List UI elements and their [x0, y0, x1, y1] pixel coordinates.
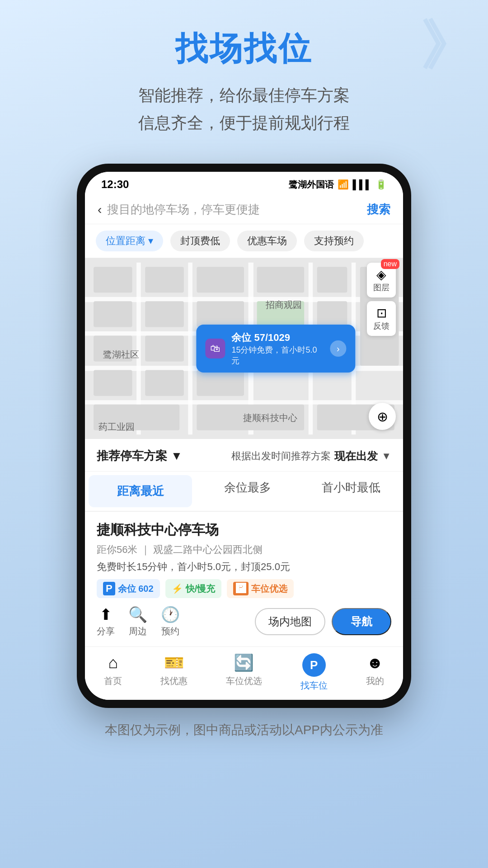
- reserve-icon: 🕐: [161, 605, 180, 623]
- search-button[interactable]: 搜索: [367, 202, 390, 217]
- tab-distance[interactable]: 距离最近: [89, 475, 192, 507]
- map-area[interactable]: 鹭湖社区 招商观园 捷顺科技中心 药工业园 new ◈ 图层: [85, 258, 403, 439]
- tag-charge: ⚡ 快/慢充: [165, 579, 222, 598]
- svg-rect-14: [145, 267, 184, 293]
- recommend-arrow[interactable]: ▼: [171, 449, 183, 463]
- popup-icon: 🛍: [205, 339, 225, 359]
- layer-icon: ◈: [373, 267, 389, 282]
- location-button[interactable]: ⊕: [369, 403, 396, 430]
- filter-reserve[interactable]: 支持预约: [304, 231, 364, 251]
- navigate-button[interactable]: 导航: [332, 608, 391, 635]
- nearby-button[interactable]: 🔍 周边: [128, 605, 147, 637]
- mine-icon: ☻: [366, 653, 384, 672]
- nav-home[interactable]: ⌂ 首页: [104, 653, 122, 692]
- parking-tags: P 余位 602 ⚡ 快/慢充 🅿 车位优选: [97, 579, 391, 598]
- svg-rect-17: [145, 370, 184, 396]
- find-spot-circle: P: [302, 653, 326, 677]
- home-icon: ⌂: [108, 653, 118, 672]
- recommend-panel: 推荐停车方案 ▼ 根据出发时间推荐方案 现在出发 ▼: [85, 439, 403, 472]
- parking-lot-card: 捷顺科技中心停车场 距你56米 ｜ 观盛二路中心公园西北侧 免费时长15分钟，首…: [85, 511, 403, 646]
- filter-distance[interactable]: 位置距离 ▾: [96, 231, 163, 251]
- svg-rect-15: [145, 302, 184, 327]
- depart-time[interactable]: 现在出发: [334, 449, 378, 463]
- status-bar: 12:30 鹭湖外国语 📶 ▌▌▌ 🔋: [85, 172, 403, 195]
- layer-label: 图层: [373, 282, 389, 293]
- tag-spots: P 余位 602: [97, 579, 160, 598]
- action-btns: 场内地图 导航: [255, 608, 391, 635]
- phone-wrapper: 12:30 鹭湖外国语 📶 ▌▌▌ 🔋 ‹ 搜目的地停车场，停车更便捷 搜索 位…: [0, 164, 488, 708]
- svg-rect-21: [197, 370, 244, 396]
- svg-rect-18: [197, 267, 244, 293]
- nav-spot-select[interactable]: 🔄 车位优选: [226, 653, 262, 692]
- feedback-label: 反馈: [373, 321, 389, 331]
- nav-find-spot[interactable]: P 找车位: [300, 653, 328, 692]
- location-icon: ⊕: [377, 409, 388, 425]
- svg-rect-19: [197, 302, 244, 327]
- bottom-card: 推荐停车方案 ▼ 根据出发时间推荐方案 现在出发 ▼ 距离最近 余位: [85, 439, 403, 700]
- header-section: 》 找场找位 智能推荐，给你最佳停车方案 信息齐全，便于提前规划行程: [0, 0, 488, 150]
- signal-icon: ▌▌▌: [352, 179, 372, 190]
- filter-price[interactable]: 封顶费低: [170, 231, 230, 251]
- find-spot-icon: P: [310, 658, 318, 672]
- bottom-nav: ⌂ 首页 🎫 找优惠 🔄 车位优选 P: [85, 646, 403, 700]
- select-icon: 🅿: [233, 582, 249, 595]
- status-icons: 鹭湖外国语 📶 ▌▌▌ 🔋: [289, 179, 387, 191]
- share-button[interactable]: ⬆ 分享: [97, 605, 115, 637]
- map-right-panel: new ◈ 图层 ⊡ 反馈: [367, 263, 396, 336]
- battery-icon: 🔋: [375, 179, 387, 190]
- footer-text: 本图仅为示例，图中商品或活动以APP内公示为准: [0, 708, 488, 757]
- popup-arrow[interactable]: ›: [330, 340, 346, 357]
- wifi-icon: 📶: [338, 179, 349, 190]
- svg-rect-11: [94, 302, 132, 327]
- subtitle-line2: 信息齐全，便于提前规划行程: [18, 109, 470, 137]
- watermark: 》: [420, 18, 474, 72]
- svg-rect-25: [317, 267, 347, 293]
- page-title: 找场找位: [18, 27, 470, 71]
- svg-rect-10: [94, 267, 132, 293]
- reserve-button[interactable]: 🕐 预约: [161, 605, 180, 637]
- status-time: 12:30: [101, 178, 129, 191]
- header-subtitle: 智能推荐，给你最佳停车方案 信息齐全，便于提前规划行程: [18, 81, 470, 137]
- time-arrow[interactable]: ▼: [381, 450, 391, 462]
- map-label-pharma: 药工业园: [99, 421, 135, 433]
- svg-rect-22: [257, 267, 305, 293]
- dropdown-arrow: ▾: [148, 235, 153, 247]
- popup-title: 余位 57/1029: [231, 331, 324, 344]
- discount-icon: 🎫: [164, 653, 184, 672]
- svg-rect-16: [145, 336, 184, 362]
- parking-lot-info: 免费时长15分钟，首小时5.0元，封顶25.0元: [97, 560, 391, 574]
- filter-discount[interactable]: 优惠车场: [237, 231, 297, 251]
- svg-rect-6: [188, 263, 192, 435]
- share-icon: ⬆: [99, 605, 112, 623]
- phone-screen: 12:30 鹭湖外国语 📶 ▌▌▌ 🔋 ‹ 搜目的地停车场，停车更便捷 搜索 位…: [85, 172, 403, 700]
- map-layer-button[interactable]: new ◈ 图层: [367, 263, 396, 297]
- phone-mockup: 12:30 鹭湖外国语 📶 ▌▌▌ 🔋 ‹ 搜目的地停车场，停车更便捷 搜索 位…: [77, 164, 411, 708]
- tab-spots[interactable]: 余位最多: [196, 472, 299, 511]
- svg-rect-26: [317, 302, 347, 327]
- back-arrow[interactable]: ‹: [98, 203, 102, 217]
- carrier-text: 鹭湖外国语: [289, 179, 334, 191]
- indoor-map-button[interactable]: 场内地图: [255, 608, 325, 635]
- p-icon: P: [103, 582, 115, 595]
- recommend-title: 推荐停车方案 ▼: [97, 448, 183, 464]
- parking-lot-name: 捷顺科技中心停车场: [97, 521, 391, 539]
- sort-tabs: 距离最近 余位最多 首小时最低: [85, 472, 403, 511]
- search-input[interactable]: 搜目的地停车场，停车更便捷: [107, 202, 361, 217]
- charge-icon: ⚡: [172, 583, 183, 594]
- parking-popup[interactable]: 🛍 余位 57/1029 15分钟免费，首小时5.0元 ›: [196, 325, 355, 373]
- feedback-button[interactable]: ⊡ 反馈: [367, 301, 396, 336]
- popup-content: 余位 57/1029 15分钟免费，首小时5.0元: [231, 331, 324, 366]
- search-bar: ‹ 搜目的地停车场，停车更便捷 搜索: [85, 195, 403, 224]
- action-icons: ⬆ 分享 🔍 周边 🕐 预约: [97, 605, 180, 637]
- recommend-time: 根据出发时间推荐方案 现在出发 ▼: [231, 449, 391, 463]
- map-label-merchant: 招商观园: [266, 299, 302, 311]
- tab-price[interactable]: 首小时最低: [300, 472, 403, 511]
- spot-select-icon: 🔄: [234, 653, 254, 672]
- popup-subtitle: 15分钟免费，首小时5.0元: [231, 344, 324, 366]
- subtitle-line1: 智能推荐，给你最佳停车方案: [18, 81, 470, 109]
- nav-discount[interactable]: 🎫 找优惠: [160, 653, 188, 692]
- feedback-icon: ⊡: [373, 306, 389, 321]
- nav-mine[interactable]: ☻ 我的: [366, 653, 384, 692]
- map-label-jieshan: 捷顺科技中心: [243, 412, 297, 424]
- nearby-icon: 🔍: [128, 605, 147, 623]
